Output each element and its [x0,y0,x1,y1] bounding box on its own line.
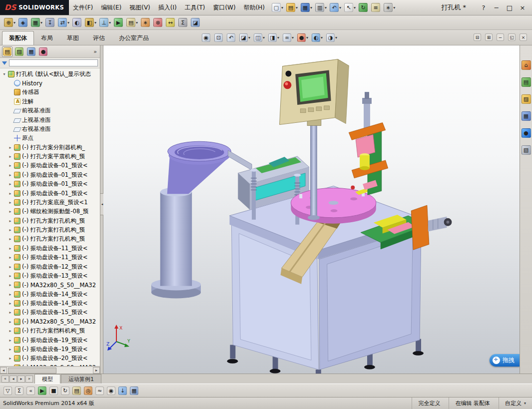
motor-icon[interactable]: ◎ [83,386,93,396]
hide-show-items-icon[interactable]: ∞▾ [282,32,295,43]
status-editing[interactable]: 在编辑 装配体 [449,398,499,409]
expand-arrow-icon[interactable]: ▸ [8,154,12,159]
mate-icon[interactable]: ◈ [17,17,29,28]
displaymanager-tab-icon[interactable]: ● [38,46,48,57]
help-button[interactable]: ? [479,4,488,11]
scrollbar-track[interactable] [7,367,93,374]
tree-item[interactable]: ▸ (-) 打孔方案打孔机构_预 [1,225,100,234]
rebuild-icon[interactable]: ↻ [358,2,369,13]
tree-item[interactable]: 注解 [1,97,100,106]
maximize-button[interactable]: □ [505,4,514,11]
resources-home-icon[interactable]: ⌂ [521,59,532,71]
tree-item[interactable]: 上视基准面 [1,115,100,124]
expand-arrow-icon[interactable]: ▸ [8,200,12,205]
new-motion-study-icon[interactable]: ▶ [113,17,124,28]
propertymanager-tab-icon[interactable]: ▨ [14,46,24,57]
status-fully-defined[interactable]: 完全定义 [412,398,449,409]
file-properties-icon[interactable]: ≡ [370,2,382,13]
bill-of-materials-icon[interactable]: ▤▾ [125,17,139,28]
section-tool-icon[interactable]: ◪ [190,17,201,28]
zoom-to-fit-icon[interactable]: ◉ [201,32,212,43]
expand-arrow-icon[interactable]: ▸ [8,320,12,324]
scroll-right-icon[interactable]: ▸ [93,367,100,374]
spring-icon[interactable]: ≈ [94,386,105,396]
new-document-icon[interactable]: ▢▾ [271,2,284,13]
expand-arrow-icon[interactable]: ▸ [8,347,12,352]
select-cursor-icon[interactable]: ↖▾ [343,2,357,13]
tree-item[interactable]: ▸ (-) 螺纹检测振動盤-08_预 [1,207,100,216]
configurationmanager-tab-icon[interactable]: ▦ [26,46,36,57]
filter-icon[interactable]: ▽ [2,386,13,396]
scroll-tabs-left-icon[interactable]: ◂ [9,376,17,383]
tree-item[interactable]: ▸ (-) 振动盘设备-01_预设< [1,180,100,189]
scroll-tabs-start-icon[interactable]: « [1,376,9,383]
menu-item[interactable]: 文件(F) [69,0,97,15]
undo-icon[interactable]: ↶▾ [329,2,342,13]
menu-item[interactable]: 插入(I) [154,0,181,15]
tree-horizontal-scrollbar[interactable]: ◂ ▸ [0,366,100,374]
minimize-pane-icon[interactable]: − [496,32,505,42]
restore-pane-icon[interactable]: ◱ [507,32,517,42]
file-explorer-icon[interactable]: ▨ [521,93,532,105]
animation-wizard-icon[interactable]: ▤ [71,386,82,396]
close-pane-icon[interactable]: × [519,32,528,42]
show-hidden-components-icon[interactable]: ◐ [71,17,83,28]
design-library-icon[interactable]: ▤ [521,76,532,88]
close-button[interactable]: × [518,4,527,11]
tree-item[interactable]: ▸ (-) 打孔方案分割器机构_ [1,143,100,152]
custom-properties-icon[interactable]: ▧ [521,144,532,156]
expand-arrow-icon[interactable]: ▸ [8,283,12,287]
tree-item[interactable]: 前视基准面 [1,106,100,115]
split-vertical-icon[interactable]: ⊞ [484,32,494,42]
tree-item[interactable]: ▸ (-) 打孔方案底座_预设<1 [1,198,100,207]
zoom-to-area-icon[interactable]: ⊡ [213,32,224,43]
play-icon[interactable]: ▶ [37,386,47,396]
tree-item[interactable]: ▸ (-) 振动盘设备-11_预设< [1,253,100,262]
model-3d[interactable] [103,45,520,374]
expand-arrow-icon[interactable]: ▸ [8,356,12,361]
menu-item[interactable]: 编辑(E) [97,0,125,15]
featuremanager-tab-icon[interactable]: ▤ [2,46,12,57]
section-view-icon[interactable]: ◪▾ [238,32,251,43]
open-icon[interactable]: ▤▾ [285,2,299,13]
expand-arrow-icon[interactable]: ▸ [8,228,12,232]
mass-properties-icon[interactable]: Σ [177,17,189,28]
tree-item[interactable]: ▸ (-) 打孔方案平震机构_预 [1,152,100,161]
contact-icon[interactable]: ◉ [106,386,116,396]
expand-arrow-icon[interactable]: ▸ [8,255,12,260]
filter-funnel-icon[interactable] [2,61,7,65]
scroll-tabs-end-icon[interactable]: » [25,376,33,383]
menu-item[interactable]: 帮助(H) [240,0,269,15]
tab-model[interactable]: 模型 [34,374,60,384]
graphics-viewport[interactable]: X Y Z 拖拽 [103,45,520,374]
tree-item[interactable]: ▸ (-) MA32x80_S_50__MA32 [1,281,100,290]
tab-office-products[interactable]: 办公室产品 [112,31,156,45]
filter-input[interactable] [9,59,98,66]
expand-arrow-icon[interactable]: ▸ [8,265,12,269]
expand-arrow-icon[interactable]: ▸ [8,237,12,241]
drag-hint-badge[interactable]: 拖拽 [490,354,520,367]
expand-arrow-icon[interactable]: ▸ [8,301,12,306]
tree-item[interactable]: 原点 [1,134,100,143]
tree-item[interactable]: ▸ (-) 振动盘设备-15_预设< [1,308,100,317]
menu-item[interactable]: 窗口(W) [209,0,239,15]
smart-fasteners-icon[interactable]: ↧ [44,17,56,28]
expand-arrow-icon[interactable]: ▾ [2,72,6,76]
exploded-view-icon[interactable]: ∗ [140,17,151,28]
panel-overflow-chevron[interactable]: » [93,48,98,55]
tree-root-item[interactable]: ▾ 打孔机 (默认<默认_显示状态 [1,69,100,78]
tree-item[interactable]: ▸ (-) 打孔方案打孔机构_预 [1,216,100,225]
scroll-tabs-right-icon[interactable]: ▸ [17,376,25,383]
previous-view-icon[interactable]: ↶ [226,32,237,43]
measure-icon[interactable]: ↔ [165,17,176,28]
minimize-button[interactable]: − [492,4,501,11]
tree-item[interactable]: ▸ (-) 打孔方案打孔机构_预 [1,235,100,244]
expand-arrow-icon[interactable]: ▸ [8,274,12,278]
menu-item[interactable]: 视图(V) [125,0,154,15]
tree-item[interactable]: ▸ (-) 振动盘设备-19_预设< [1,345,100,354]
tree-item[interactable]: ▸ (-) 振动盘设备-01_预设< [1,170,100,179]
status-custom[interactable]: 自定义▾ [499,398,532,409]
expand-arrow-icon[interactable]: ▸ [8,219,12,223]
expand-arrow-icon[interactable]: ▸ [8,182,12,186]
tab-layout[interactable]: 布局 [34,31,60,45]
